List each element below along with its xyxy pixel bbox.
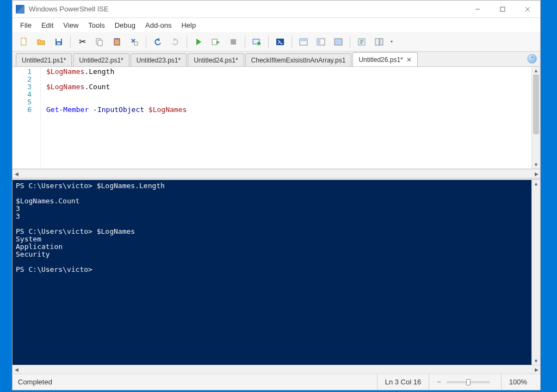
chevron-up-icon: ˄ [531,56,534,62]
undo-button[interactable] [150,34,166,49]
svg-rect-12 [134,42,138,45]
open-file-button[interactable] [33,34,49,49]
svg-rect-1 [500,7,505,11]
show-command-button[interactable] [354,34,370,49]
zoom-control[interactable]: − [429,374,501,390]
cut-button[interactable]: ✂ [74,34,90,49]
svg-rect-7 [57,42,60,45]
app-icon [16,5,24,14]
new-remote-tab-button[interactable] [249,34,265,49]
menu-view[interactable]: View [59,20,83,31]
console-pane[interactable]: PS C:\Users\victo> $LogNames.Length $Log… [13,180,531,365]
tab-label: Untitled22.ps1* [79,57,123,64]
window-title: Windows PowerShell ISE [29,5,109,13]
run-button[interactable] [190,34,207,49]
console-vertical-scrollbar[interactable]: ▲ ▼ [531,180,540,365]
status-text: Completed [18,378,52,386]
clear-button[interactable] [126,34,143,49]
maximize-button[interactable] [490,1,515,18]
line-number-gutter: 123456 [13,67,41,169]
status-bar: Completed Ln 3 Col 16 − 100% [13,374,540,390]
scroll-right-icon[interactable]: ▶ [533,170,540,178]
scroll-up-icon[interactable]: ▲ [532,67,540,74]
svg-rect-13 [212,39,217,45]
menu-help[interactable]: Help [177,20,200,31]
toolbar: ✂ ▾ [13,32,540,52]
tab-label: CheckIfItemExisistInAnArray.ps1 [251,57,346,64]
new-file-button[interactable] [16,34,32,49]
menu-tools[interactable]: Tools [84,20,109,31]
tab-bar: Untitled21.ps1* Untitled22.ps1* Untitled… [13,52,540,67]
collapse-script-pane-button[interactable]: ˄ [527,54,537,64]
code-area[interactable]: $LogNames.Length $LogNames.Count Get-Mem… [41,67,531,169]
zoom-slider[interactable] [447,381,490,383]
tab-untitled23[interactable]: Untitled23.ps1* [131,53,187,66]
redo-button[interactable] [167,34,183,49]
scroll-down-icon[interactable]: ▼ [532,357,540,365]
scissors-icon: ✂ [79,36,86,47]
minimize-button[interactable] [465,1,490,18]
start-powershell-button[interactable] [272,34,288,49]
scrollbar-thumb[interactable] [533,74,539,134]
menu-addons[interactable]: Add-ons [141,20,176,31]
svg-rect-19 [300,39,307,41]
svg-point-16 [257,42,261,45]
tab-label: Untitled24.ps1* [194,57,238,64]
close-button[interactable] [515,1,540,18]
svg-rect-6 [57,39,61,41]
run-selection-button[interactable] [208,34,224,49]
zoom-slider-thumb[interactable] [466,379,471,385]
tab-untitled22[interactable]: Untitled22.ps1* [73,53,129,66]
scroll-left-icon[interactable]: ◀ [13,365,20,374]
menu-file[interactable]: File [16,20,36,31]
svg-rect-9 [98,40,102,46]
tab-close-icon[interactable]: ✕ [406,56,412,64]
menu-debug[interactable]: Debug [110,20,140,31]
toolbar-overflow-button[interactable]: ▾ [388,39,395,44]
svg-rect-21 [317,39,320,45]
tab-untitled26[interactable]: Untitled26.ps1* ✕ [352,52,417,66]
scroll-down-icon[interactable]: ▼ [532,161,540,169]
svg-rect-11 [115,38,119,40]
console-horizontal-scrollbar[interactable]: ◀ ▶ [13,365,540,374]
cursor-position: Ln 3 Col 16 [377,374,429,390]
layout-side-by-side-button[interactable] [313,34,329,49]
paste-button[interactable] [109,34,125,49]
copy-button[interactable] [91,34,108,49]
tab-untitled21[interactable]: Untitled21.ps1* [16,53,72,66]
show-command-addon-button[interactable] [371,34,387,49]
stop-button[interactable] [225,34,242,49]
svg-rect-14 [231,39,236,45]
scroll-right-icon[interactable]: ▶ [533,365,540,374]
layout-script-top-button[interactable] [295,34,312,49]
script-editor[interactable]: 123456 $LogNames.Length $LogNames.Count … [13,67,540,169]
layout-full-button[interactable] [330,34,346,49]
tab-untitled24[interactable]: Untitled24.ps1* [188,53,244,66]
save-button[interactable] [51,34,67,49]
tab-label: Untitled23.ps1* [137,57,181,64]
app-window: Windows PowerShell ISE File Edit View To… [12,0,541,390]
tab-label: Untitled26.ps1* [358,56,403,64]
title-bar[interactable]: Windows PowerShell ISE [13,1,540,18]
editor-vertical-scrollbar[interactable]: ▲ ▼ [531,67,540,169]
editor-horizontal-scrollbar[interactable]: ◀ ▶ [13,169,540,178]
tab-label: Untitled21.ps1* [22,57,66,64]
svg-rect-25 [380,39,383,45]
zoom-percent: 100% [501,374,535,390]
menu-edit[interactable]: Edit [37,20,58,31]
tab-checkifitem[interactable]: CheckIfItemExisistInAnArray.ps1 [245,53,352,66]
svg-rect-22 [335,39,342,45]
svg-rect-24 [375,39,379,45]
menu-bar: File Edit View Tools Debug Add-ons Help [13,18,540,32]
scroll-left-icon[interactable]: ◀ [13,170,20,178]
scroll-up-icon[interactable]: ▲ [532,180,540,188]
